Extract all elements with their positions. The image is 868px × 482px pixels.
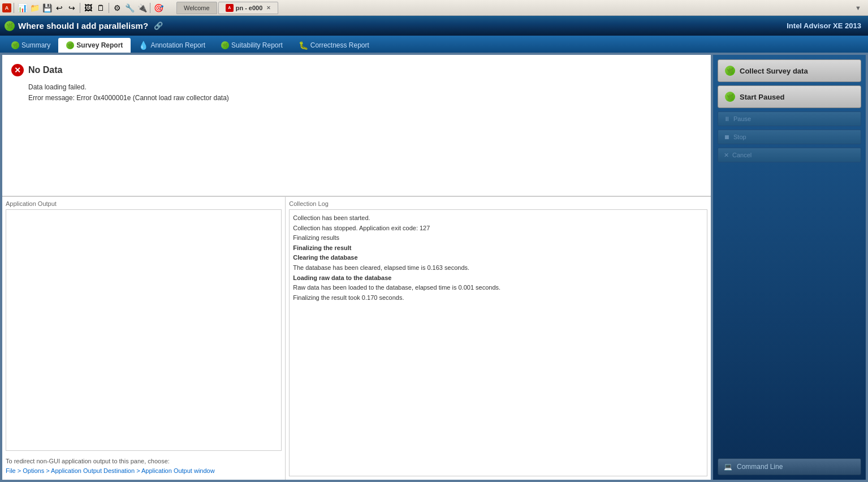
toolbar-separator-2 — [80, 3, 80, 13]
error-body: Data loading failed. Error message: Erro… — [28, 82, 702, 104]
app-output-label: Application Output — [6, 200, 282, 207]
right-spacer — [718, 166, 861, 455]
collect-survey-label: Collect Survey data — [740, 67, 808, 75]
toolbar-icon-folder[interactable]: 📁 — [29, 2, 40, 14]
tab-summary[interactable]: 🌿 Summary — [3, 38, 58, 53]
pause-label: Pause — [733, 115, 751, 122]
toolbar-icon-chart[interactable]: 📊 — [16, 2, 28, 14]
collection-log-panel: Collection Log Collection has been start… — [286, 197, 711, 480]
start-paused-icon: 🌿 — [725, 92, 735, 102]
collection-log-content: Collection has been started. Collection … — [289, 209, 707, 476]
command-line-button[interactable]: 💻 Command Line — [718, 458, 861, 475]
right-panel: 🌿 Collect Survey data 🌿 Start Paused ⏸ P… — [713, 55, 866, 480]
advisor-logo-icon: 🌿 — [5, 21, 15, 31]
pause-button[interactable]: ⏸ Pause — [718, 111, 861, 126]
log-line-3: Finalizing results — [293, 233, 703, 243]
application-window: A 📊 📁 💾 ↩ ↪ 🖼 🗒 ⚙ 🔧 🔌 🎯 Welcome A pn - e… — [0, 0, 868, 482]
tab-annotation-report[interactable]: 💧 Annotation Report — [131, 38, 213, 53]
toolbar-icon-gear1[interactable]: ⚙ — [111, 2, 123, 14]
log-line-1: Collection has been started. — [293, 213, 703, 223]
toolbar-separator — [14, 3, 14, 13]
collect-survey-button[interactable]: 🌿 Collect Survey data — [718, 59, 861, 82]
nav-tabs-bar: 🌿 Summary 🌿 Survey Report 💧 Annotation R… — [0, 36, 868, 53]
redirect-note: To redirect non-GUI application output t… — [6, 457, 282, 476]
stop-icon: ⏹ — [724, 134, 730, 140]
log-line-5: Clearing the database — [293, 253, 703, 263]
toolbar-icon-target[interactable]: 🎯 — [153, 2, 164, 14]
output-sections: Application Output To redirect non-GUI a… — [2, 196, 711, 480]
start-paused-label: Start Paused — [740, 93, 784, 101]
tab-project[interactable]: A pn - e000 ✕ — [218, 2, 279, 14]
log-line-4: Finalizing the result — [293, 243, 703, 253]
pause-icon: ⏸ — [724, 115, 730, 122]
tab-survey-label: Survey Report — [76, 41, 123, 49]
redirect-note-text: To redirect non-GUI application output t… — [6, 457, 282, 467]
tab-correctness-report[interactable]: 🐛 Correctness Report — [291, 38, 377, 53]
cancel-icon: ✕ — [724, 152, 729, 159]
toolbar-separator-4 — [150, 3, 150, 13]
suitability-tab-icon: 🌿 — [221, 41, 229, 49]
tab-annotation-label: Annotation Report — [150, 41, 205, 49]
redirect-path-link[interactable]: File > Options > Application Output Dest… — [6, 466, 282, 476]
tab-correctness-label: Correctness Report — [310, 41, 369, 49]
toolbar-icon-redo[interactable]: ↪ — [66, 2, 77, 14]
toolbar-icon-undo[interactable]: ↩ — [54, 2, 65, 14]
tab-summary-label: Summary — [21, 41, 50, 49]
survey-tab-icon: 🌿 — [66, 41, 74, 49]
os-toolbar: A 📊 📁 💾 ↩ ↪ 🖼 🗒 ⚙ 🔧 🔌 🎯 Welcome A pn - e… — [0, 0, 868, 16]
cancel-button[interactable]: ✕ Cancel — [718, 148, 861, 162]
log-line-6: The database has been cleared, elapsed t… — [293, 263, 703, 273]
toolbar-icon-image[interactable]: 🖼 — [83, 2, 94, 14]
external-link-icon[interactable]: 🔗 — [154, 21, 163, 30]
stop-label: Stop — [733, 134, 746, 140]
log-line-9: Finalizing the result took 0.170 seconds… — [293, 293, 703, 303]
tab-welcome[interactable]: Welcome — [176, 2, 217, 14]
window-titlebar: 🌿 Where should I add parallelism? 🔗 Inte… — [0, 16, 868, 36]
tab-project-label: pn - e000 — [236, 5, 263, 11]
log-line-2: Collection has stopped. Application exit… — [293, 223, 703, 234]
toolbar-icon-gear2[interactable]: 🔧 — [124, 2, 135, 14]
toolbar-icon-doc[interactable]: 🗒 — [95, 2, 106, 14]
start-paused-button[interactable]: 🌿 Start Paused — [718, 85, 861, 108]
tab-suitability-report[interactable]: 🌿 Suitability Report — [213, 38, 291, 53]
toolbar-separator-3 — [109, 3, 109, 13]
error-title: No Data — [28, 65, 62, 75]
collection-log-label: Collection Log — [289, 200, 707, 207]
error-line1: Data loading failed. — [28, 82, 702, 93]
main-content-area: ✕ No Data Data loading failed. Error mes… — [0, 53, 868, 482]
cancel-label: Cancel — [732, 152, 752, 158]
log-line-7: Loading raw data to the database — [293, 273, 703, 283]
center-panel: ✕ No Data Data loading failed. Error mes… — [2, 55, 711, 480]
window-title-group: 🌿 Where should I add parallelism? 🔗 — [5, 21, 163, 31]
app-output-panel: Application Output To redirect non-GUI a… — [2, 197, 286, 480]
tab-close-icon[interactable]: ✕ — [266, 5, 271, 11]
toolbar-icon-save[interactable]: 💾 — [41, 2, 53, 14]
tab-suitability-label: Suitability Report — [231, 41, 283, 49]
summary-tab-icon: 🌿 — [11, 41, 19, 49]
log-line-8: Raw data has been loaded to the database… — [293, 283, 703, 293]
app-output-content — [6, 209, 282, 451]
error-header: ✕ No Data — [11, 64, 702, 76]
window-title: Where should I add parallelism? — [18, 21, 148, 31]
annotation-tab-icon: 💧 — [139, 41, 148, 50]
collect-survey-icon: 🌿 — [725, 66, 735, 76]
command-line-label: Command Line — [737, 463, 783, 471]
project-icon: A — [226, 4, 234, 12]
branding-text: Intel Advisor XE 2013 — [787, 21, 861, 30]
error-section: ✕ No Data Data loading failed. Error mes… — [2, 55, 711, 196]
stop-button[interactable]: ⏹ Stop — [718, 130, 861, 144]
tab-welcome-label: Welcome — [184, 5, 210, 11]
error-line2: Error message: Error 0x4000001e (Cannot … — [28, 93, 702, 104]
command-line-icon: 💻 — [724, 463, 732, 471]
app-icon: A — [2, 3, 11, 12]
error-icon: ✕ — [11, 64, 24, 76]
correctness-tab-icon: 🐛 — [299, 41, 308, 50]
toolbar-icon-plug[interactable]: 🔌 — [136, 2, 148, 14]
tab-survey-report[interactable]: 🌿 Survey Report — [58, 38, 131, 53]
